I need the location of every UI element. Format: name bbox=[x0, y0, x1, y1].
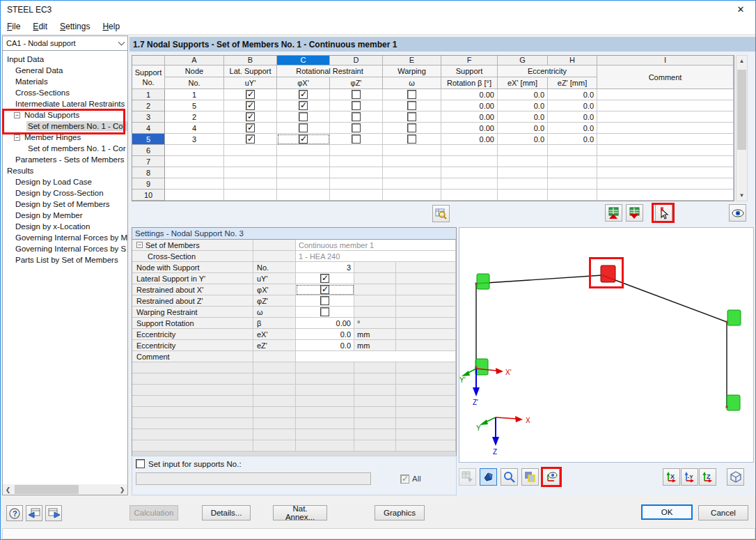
table-cell[interactable] bbox=[383, 156, 441, 167]
settings-value[interactable] bbox=[296, 351, 456, 362]
table-cell[interactable] bbox=[548, 190, 597, 201]
sidebar-item[interactable]: Materials bbox=[3, 76, 127, 87]
table-cell[interactable] bbox=[330, 190, 383, 201]
table-cell[interactable] bbox=[548, 167, 597, 178]
zoom-button[interactable] bbox=[501, 468, 518, 486]
table-row-header[interactable]: 2 bbox=[132, 100, 165, 111]
table-row-header[interactable]: 1 bbox=[132, 89, 165, 100]
table-cell-node[interactable]: 5 bbox=[165, 100, 224, 111]
table-row-header[interactable]: 10 bbox=[132, 190, 165, 201]
scroll-right-icon[interactable]: ❯ bbox=[117, 484, 127, 495]
table-cell[interactable] bbox=[597, 178, 734, 190]
sidebar-item[interactable]: Set of members No. 1 - Cor bbox=[3, 143, 127, 154]
table-cell-comment[interactable] bbox=[597, 100, 734, 111]
sidebar-item[interactable]: −Nodal Supports bbox=[3, 109, 127, 121]
warp-checkbox[interactable] bbox=[407, 112, 416, 121]
table-cell[interactable] bbox=[224, 167, 277, 178]
uy-checkbox[interactable] bbox=[246, 134, 255, 144]
table-cell-beta[interactable]: 0.00 bbox=[441, 89, 498, 100]
table-cell[interactable] bbox=[330, 167, 383, 178]
column-letter-g[interactable]: G bbox=[498, 56, 548, 65]
table-cell[interactable] bbox=[498, 156, 548, 167]
scroll-left-icon[interactable]: ❮ bbox=[3, 484, 13, 495]
table-cell[interactable] bbox=[165, 190, 224, 201]
nat-annex-button[interactable]: Nat. Annex... bbox=[273, 505, 327, 520]
table-cell-warp[interactable] bbox=[383, 123, 441, 134]
phiz-checkbox[interactable] bbox=[352, 90, 361, 99]
sidebar-item[interactable]: Parameters - Sets of Members bbox=[3, 154, 127, 165]
table-cell[interactable] bbox=[548, 156, 597, 167]
sidebar-item[interactable]: Results bbox=[3, 165, 127, 176]
table-cell[interactable] bbox=[277, 190, 330, 201]
table-cell-comment[interactable] bbox=[597, 123, 734, 134]
table-cell[interactable] bbox=[548, 178, 597, 190]
table-row-header[interactable]: 6 bbox=[132, 145, 165, 156]
warp-checkbox[interactable] bbox=[407, 134, 416, 144]
table-cell-uy[interactable] bbox=[224, 134, 277, 145]
pick-support-button[interactable] bbox=[655, 204, 672, 222]
table-cell[interactable] bbox=[597, 156, 734, 167]
table-cell-warp[interactable] bbox=[383, 100, 441, 111]
scroll-up-icon[interactable]: ▲ bbox=[737, 56, 747, 66]
table-cell[interactable] bbox=[165, 145, 224, 156]
table-cell-ez[interactable]: 0.0 bbox=[548, 89, 597, 100]
table-cell[interactable] bbox=[330, 145, 383, 156]
import-table-button[interactable] bbox=[605, 204, 622, 222]
column-letter-a[interactable]: A bbox=[165, 56, 224, 65]
table-cell[interactable] bbox=[224, 156, 277, 167]
table-cell-warp[interactable] bbox=[383, 89, 441, 100]
column-letter-e[interactable]: E bbox=[383, 56, 441, 65]
uy-checkbox[interactable] bbox=[246, 123, 255, 132]
table-cell[interactable] bbox=[277, 145, 330, 156]
table-cell-phiz[interactable] bbox=[330, 123, 383, 134]
table-cell-comment[interactable] bbox=[597, 89, 734, 100]
settings-checkbox[interactable] bbox=[320, 296, 329, 305]
settings-expand-icon[interactable]: − bbox=[136, 242, 143, 248]
close-icon[interactable]: ✕ bbox=[729, 1, 753, 18]
table-cell-ez[interactable]: 0.0 bbox=[548, 111, 597, 123]
uy-checkbox[interactable] bbox=[246, 101, 255, 110]
table-cell-node[interactable]: 2 bbox=[165, 111, 224, 123]
export-table-button[interactable] bbox=[626, 204, 643, 222]
settings-checkbox-cell[interactable] bbox=[296, 307, 354, 318]
table-cell[interactable] bbox=[383, 145, 441, 156]
table-cell[interactable] bbox=[330, 178, 383, 190]
menu-edit[interactable]: Edit bbox=[26, 20, 54, 33]
tree-expand-icon[interactable]: − bbox=[14, 134, 20, 141]
table-cell-warp[interactable] bbox=[383, 111, 441, 123]
table-row-header[interactable]: 8 bbox=[132, 167, 165, 178]
phiz-checkbox[interactable] bbox=[352, 134, 361, 144]
table-cell[interactable] bbox=[383, 167, 441, 178]
table-cell[interactable] bbox=[441, 145, 498, 156]
all-checkbox[interactable] bbox=[400, 475, 409, 484]
settings-value[interactable]: 0.0 bbox=[296, 340, 354, 351]
table-cell-ez[interactable]: 0.0 bbox=[548, 134, 597, 145]
column-letter-b[interactable]: B bbox=[224, 56, 277, 65]
phix-checkbox[interactable] bbox=[299, 101, 308, 110]
table-cell-node[interactable]: 3 bbox=[165, 134, 224, 145]
column-letter-f[interactable]: F bbox=[441, 56, 498, 65]
sidebar-item[interactable]: Design by x-Location bbox=[3, 221, 127, 232]
details-button[interactable]: Details... bbox=[202, 505, 251, 520]
settings-checkbox-cell[interactable] bbox=[296, 295, 354, 307]
table-cell-ex[interactable]: 0.0 bbox=[498, 134, 548, 145]
cancel-button[interactable]: Cancel bbox=[698, 505, 748, 520]
table-cell[interactable] bbox=[597, 190, 734, 201]
table-cell-phix[interactable] bbox=[277, 89, 330, 100]
table-cell[interactable] bbox=[441, 178, 498, 190]
set-input-checkbox[interactable] bbox=[136, 459, 145, 468]
phix-checkbox[interactable] bbox=[299, 112, 308, 121]
table-cell-phiz[interactable] bbox=[330, 111, 383, 123]
help-button[interactable]: ? bbox=[6, 505, 23, 521]
phiz-checkbox[interactable] bbox=[352, 112, 361, 121]
scroll-down-icon[interactable]: ▼ bbox=[737, 190, 747, 201]
table-cell-phix[interactable] bbox=[277, 111, 330, 123]
sidebar-item[interactable]: Design by Cross-Section bbox=[3, 187, 127, 199]
view-z-button[interactable]: Z bbox=[699, 468, 716, 486]
table-cell-warp[interactable] bbox=[383, 134, 441, 145]
scrollbar-thumb[interactable] bbox=[737, 70, 746, 150]
find-in-table-button[interactable] bbox=[432, 205, 450, 222]
table-cell[interactable] bbox=[277, 167, 330, 178]
table-cell-beta[interactable]: 0.00 bbox=[441, 134, 498, 145]
table-vertical-scrollbar[interactable]: ▲ ▼ bbox=[736, 55, 748, 201]
